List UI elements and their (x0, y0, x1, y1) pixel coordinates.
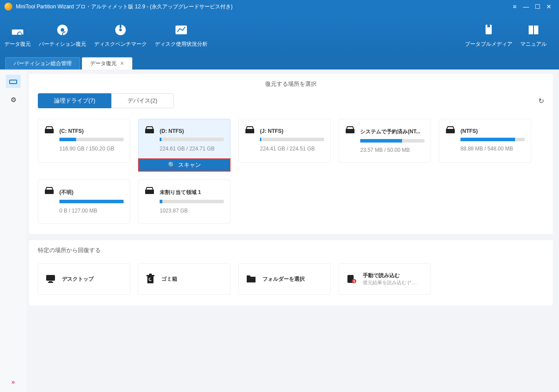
bootable-media-label: ブータブルメディア (465, 40, 512, 48)
svg-rect-5 (120, 25, 121, 28)
refresh-icon[interactable]: ↻ (538, 97, 544, 105)
usage-bar (360, 139, 424, 143)
drive-card[interactable]: (NTFS)88.88 MB / 548.00 MB (439, 119, 531, 163)
data-recovery-icon (4, 22, 31, 38)
svg-rect-22 (149, 274, 152, 275)
drive-icon (245, 126, 255, 155)
scan-button-label: スキャン (178, 161, 201, 169)
disk-usage-icon (155, 22, 208, 38)
drive-card[interactable]: (D: NTFS)224.61 GB / 224.71 GB (138, 119, 230, 163)
bootable-media-tool[interactable]: ブータブルメディア (465, 22, 512, 48)
title-bar: MiniTool Partition Wizard プロ・アルティメット版 12… (0, 0, 559, 13)
usage-bar (260, 138, 324, 141)
svg-rect-18 (49, 281, 52, 282)
disk-usage-tool[interactable]: ディスク使用状況分析 (155, 22, 208, 48)
svg-rect-21 (146, 275, 154, 276)
svg-rect-9 (10, 80, 17, 84)
location-manual-load[interactable]: 手動で読み込む 復元結果を読み込む (*.... (339, 263, 431, 295)
drive-icon (44, 126, 54, 155)
location-recycle-bin[interactable]: ゴミ箱 (138, 263, 230, 295)
svg-point-4 (119, 29, 122, 31)
svg-rect-14 (446, 129, 455, 133)
drive-size: 23.57 MB / 50.00 MB (360, 147, 424, 153)
recover-section-title: 特定の場所から回復する (38, 246, 544, 254)
drive-size: 224.41 GB / 224.51 GB (260, 146, 324, 152)
drive-size: 224.61 GB / 224.71 GB (160, 146, 224, 152)
svg-rect-13 (346, 129, 354, 133)
drive-card[interactable]: (不明)0 B / 127.00 MB (38, 180, 130, 223)
sidebar-drive-icon[interactable] (6, 75, 21, 88)
logical-drive-tab-label: 論理ドライブ(7) (54, 97, 95, 105)
disk-usage-label: ディスク使用状況分析 (155, 40, 208, 48)
logical-drive-tab[interactable]: 論理ドライブ(7) (38, 93, 112, 108)
device-tab[interactable]: デバイス(2) (111, 93, 174, 108)
menu-icon[interactable]: ≡ (509, 3, 520, 10)
left-sidebar: ⚙ » (0, 70, 26, 392)
drive-name: (J: NTFS) (260, 128, 324, 134)
partition-recovery-tool[interactable]: パーティション復元 (39, 22, 86, 48)
svg-rect-16 (145, 190, 154, 194)
drive-card[interactable]: (C: NTFS)116.90 GB / 150.20 GB (38, 119, 130, 163)
svg-rect-17 (46, 275, 55, 281)
manual-label: マニュアル (520, 40, 547, 48)
location-select-folder[interactable]: フォルダーを選択 (238, 263, 331, 295)
usage-bar (460, 138, 525, 141)
drive-icon (446, 126, 455, 155)
content-tabs: パーティション総合管理 データ復元 ✕ (0, 56, 559, 70)
disk-benchmark-label: ディスクベンチマーク (94, 40, 147, 48)
recycle-bin-icon (146, 274, 155, 284)
disk-benchmark-tool[interactable]: ディスクベンチマーク (94, 22, 147, 48)
drive-name: (不明) (59, 189, 124, 196)
partition-recovery-label: パーティション復元 (39, 40, 86, 48)
usage-bar (160, 138, 224, 141)
manual-tool[interactable]: マニュアル (520, 22, 547, 48)
sidebar-expand-icon[interactable]: » (11, 378, 15, 385)
drive-icon (145, 126, 154, 155)
main-toolbar: データ復元 パーティション復元 ディスクベンチマーク ディスク使用状況分析 ブー… (0, 13, 559, 56)
svg-rect-12 (245, 129, 254, 133)
window-title: MiniTool Partition Wizard プロ・アルティメット版 12… (16, 3, 233, 11)
drive-size: 1023.87 GB (160, 208, 224, 214)
manual-load-icon (346, 274, 357, 284)
app-logo-icon (4, 3, 12, 11)
drive-card[interactable]: 未割り当て領域 11023.87 GB (138, 180, 230, 223)
tab-data-recovery-label: データ復元 (90, 60, 117, 67)
location-manual-label: 手動で読み込む (363, 272, 417, 279)
drive-card[interactable]: システムで予約済み(NT...23.57 MB / 50.00 MB (339, 119, 431, 163)
manual-icon (520, 22, 547, 38)
svg-rect-10 (45, 129, 54, 133)
drive-icon (345, 126, 355, 155)
drive-selection-panel: 復元する場所を選択 論理ドライブ(7) デバイス(2) ↻ (C: NTFS)1… (29, 74, 553, 234)
close-button[interactable]: ✕ (543, 3, 555, 10)
close-icon[interactable]: ✕ (120, 61, 124, 66)
drive-size: 116.90 GB / 150.20 GB (59, 146, 124, 152)
svg-rect-15 (45, 190, 54, 194)
data-recovery-tool[interactable]: データ復元 (4, 22, 31, 48)
location-desktop[interactable]: デスクトップ (38, 263, 130, 295)
maximize-button[interactable]: ☐ (532, 3, 543, 10)
svg-rect-19 (48, 282, 53, 283)
drive-name: (NTFS) (460, 128, 525, 134)
search-icon: 🔍 (168, 161, 175, 169)
usage-bar (59, 138, 124, 141)
folder-icon (246, 275, 256, 283)
scan-button[interactable]: 🔍スキャン (138, 158, 230, 172)
minimize-button[interactable]: — (520, 3, 532, 10)
drive-icon (44, 187, 54, 216)
drive-name: システムで予約済み(NT... (360, 128, 424, 136)
svg-rect-20 (147, 276, 153, 283)
device-tab-label: デバイス(2) (128, 97, 157, 105)
location-folder-label: フォルダーを選択 (263, 275, 305, 283)
sidebar-settings-icon[interactable]: ⚙ (6, 93, 21, 106)
drive-size: 88.88 MB / 548.00 MB (460, 146, 525, 152)
tab-partition-management[interactable]: パーティション総合管理 (5, 57, 80, 70)
svg-rect-11 (145, 129, 154, 133)
drive-card[interactable]: (J: NTFS)224.41 GB / 224.51 GB (238, 119, 331, 163)
disk-benchmark-icon (94, 22, 147, 38)
tab-data-recovery[interactable]: データ復元 ✕ (82, 57, 132, 70)
drive-name: (D: NTFS) (160, 128, 224, 134)
recover-location-panel: 特定の場所から回復する デスクトップ ゴミ箱 (29, 240, 553, 305)
drive-icon (145, 187, 154, 216)
svg-point-2 (61, 28, 64, 32)
tab-partition-label: パーティション総合管理 (14, 60, 72, 67)
